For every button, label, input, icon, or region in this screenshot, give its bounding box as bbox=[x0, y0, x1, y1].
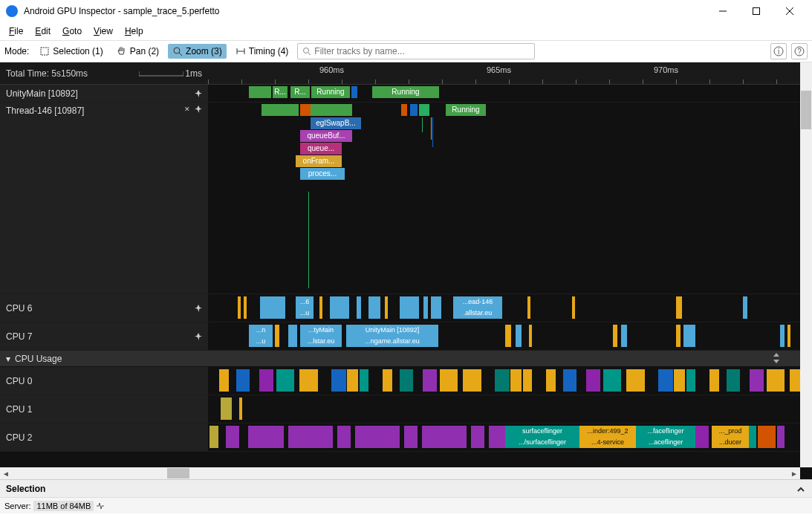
pin-icon[interactable] bbox=[195, 333, 202, 340]
scroll-left-arrow[interactable]: ◄ bbox=[0, 470, 12, 478]
pan-mode-button[interactable]: Pan (2) bbox=[112, 44, 163, 59]
sched-slice[interactable] bbox=[523, 369, 532, 392]
selection-panel-header[interactable]: Selection bbox=[0, 479, 812, 497]
stack-slice[interactable]: queueBuf... bbox=[300, 130, 352, 142]
time-ruler[interactable]: Total Time: 5s150ms 1ms 960ms 965ms 970m… bbox=[0, 62, 800, 85]
sched-slice[interactable] bbox=[262, 426, 270, 448]
info-button[interactable]: i bbox=[770, 43, 787, 59]
sched-slice[interactable] bbox=[355, 426, 377, 448]
slice[interactable]: R... bbox=[273, 86, 288, 98]
collapse-icon[interactable]: ✕ bbox=[184, 106, 190, 113]
slice[interactable] bbox=[351, 86, 357, 98]
sched-slice[interactable] bbox=[790, 369, 800, 392]
sched-slice[interactable] bbox=[663, 397, 675, 420]
maximize-button[interactable] bbox=[739, 0, 773, 22]
sched-slice[interactable] bbox=[512, 397, 524, 420]
slice[interactable]: Running bbox=[446, 104, 486, 116]
sched-slice[interactable] bbox=[496, 397, 507, 420]
sched-slice[interactable] bbox=[629, 397, 642, 420]
sched-slice[interactable] bbox=[727, 369, 740, 392]
sched-slice[interactable] bbox=[311, 426, 333, 448]
sched-slice[interactable] bbox=[686, 369, 695, 392]
sched-slice[interactable] bbox=[510, 369, 522, 392]
sched-slice[interactable] bbox=[422, 426, 444, 448]
sched-slice[interactable] bbox=[471, 426, 484, 448]
sched-slice[interactable] bbox=[423, 369, 437, 392]
selection-mode-button[interactable]: Selection (1) bbox=[35, 44, 107, 59]
sched-slice[interactable] bbox=[259, 397, 273, 420]
sched-slice[interactable] bbox=[613, 397, 626, 420]
sched-slice[interactable] bbox=[440, 369, 458, 392]
sched-slice[interactable] bbox=[697, 397, 715, 420]
sched-slice[interactable] bbox=[360, 369, 368, 392]
sched-slice[interactable]: ...ead-146.allstar.eu bbox=[453, 296, 502, 319]
sched-slice[interactable] bbox=[542, 397, 562, 420]
track-unitymain[interactable]: UnityMain [10892] R...R...RunningRunning bbox=[0, 85, 800, 103]
sched-slice[interactable] bbox=[324, 397, 330, 420]
sched-slice[interactable] bbox=[385, 397, 401, 420]
menu-edit[interactable]: Edit bbox=[29, 25, 56, 38]
menu-goto[interactable]: Goto bbox=[56, 25, 88, 38]
track-cpu2[interactable]: CPU 2 surfaceflinger.../surfaceflinger .… bbox=[0, 423, 800, 452]
slice[interactable] bbox=[410, 104, 418, 116]
sched-slice[interactable] bbox=[377, 426, 400, 448]
slice[interactable]: R... bbox=[290, 86, 310, 98]
track-thread146[interactable]: Thread-146 [10987] ✕ RunningeglSwapB...q… bbox=[0, 103, 800, 294]
slice[interactable] bbox=[311, 104, 352, 116]
sched-slice[interactable] bbox=[679, 397, 697, 420]
sched-slice[interactable] bbox=[383, 369, 392, 392]
sched-slice[interactable] bbox=[299, 397, 318, 420]
sched-slice[interactable] bbox=[210, 426, 218, 448]
sched-slice[interactable] bbox=[337, 426, 351, 448]
slice[interactable] bbox=[262, 104, 299, 116]
sched-slice[interactable] bbox=[248, 426, 262, 448]
sched-slice[interactable] bbox=[463, 397, 473, 420]
section-cpu-usage[interactable]: ▾ CPU Usage bbox=[0, 351, 800, 367]
sort-icon[interactable] bbox=[772, 353, 781, 363]
sched-slice[interactable] bbox=[404, 426, 418, 448]
sched-slice[interactable] bbox=[332, 397, 340, 420]
slice[interactable] bbox=[401, 104, 407, 116]
sched-slice[interactable] bbox=[738, 397, 750, 420]
sched-slice[interactable] bbox=[236, 369, 250, 392]
sched-slice[interactable] bbox=[239, 397, 242, 420]
sched-slice[interactable] bbox=[350, 397, 361, 420]
sched-slice[interactable] bbox=[723, 397, 733, 420]
filter-input-wrapper[interactable] bbox=[297, 43, 535, 59]
sched-slice[interactable] bbox=[404, 397, 423, 420]
sched-slice[interactable] bbox=[563, 369, 576, 392]
sched-slice[interactable] bbox=[626, 369, 645, 392]
sched-slice[interactable] bbox=[767, 369, 785, 392]
stack-slice[interactable]: queue... bbox=[300, 143, 342, 155]
pin-icon[interactable] bbox=[195, 305, 202, 312]
zoom-mode-button[interactable]: Zoom (3) bbox=[168, 44, 227, 59]
sched-slice[interactable] bbox=[226, 426, 239, 448]
sched-slice[interactable] bbox=[276, 369, 294, 392]
chevron-up-icon[interactable] bbox=[796, 485, 806, 493]
menu-file[interactable]: File bbox=[3, 25, 29, 38]
sched-slice[interactable] bbox=[777, 397, 782, 420]
slice[interactable]: Running bbox=[372, 86, 439, 98]
sched-slice[interactable] bbox=[525, 397, 537, 420]
menu-view[interactable]: View bbox=[88, 25, 119, 38]
sched-slice[interactable] bbox=[347, 369, 358, 392]
track-cpu1[interactable]: CPU 1 bbox=[0, 395, 800, 423]
sched-slice[interactable] bbox=[369, 397, 377, 420]
sched-slice[interactable] bbox=[674, 369, 685, 392]
sched-slice[interactable] bbox=[444, 426, 467, 448]
sched-slice[interactable] bbox=[603, 397, 609, 420]
slice[interactable] bbox=[300, 104, 311, 116]
sched-slice[interactable] bbox=[750, 369, 764, 392]
help-button[interactable]: ? bbox=[791, 43, 808, 59]
slice[interactable] bbox=[419, 104, 429, 116]
sched-slice[interactable] bbox=[709, 369, 719, 392]
sched-slice[interactable] bbox=[331, 369, 346, 392]
sched-slice[interactable] bbox=[270, 426, 284, 448]
close-button[interactable] bbox=[773, 0, 806, 22]
pin-icon[interactable] bbox=[195, 106, 202, 113]
track-cpu6[interactable]: CPU 6 ...6...u ...ead-146.allstar.eu bbox=[0, 294, 800, 322]
track-cpu7[interactable]: CPU 7 ...n...u ...tyMain...lstar.eu Unit… bbox=[0, 322, 800, 351]
slice[interactable]: Running bbox=[311, 86, 350, 98]
stack-slice[interactable]: onFram... bbox=[296, 155, 342, 167]
sched-slice[interactable] bbox=[280, 397, 291, 420]
